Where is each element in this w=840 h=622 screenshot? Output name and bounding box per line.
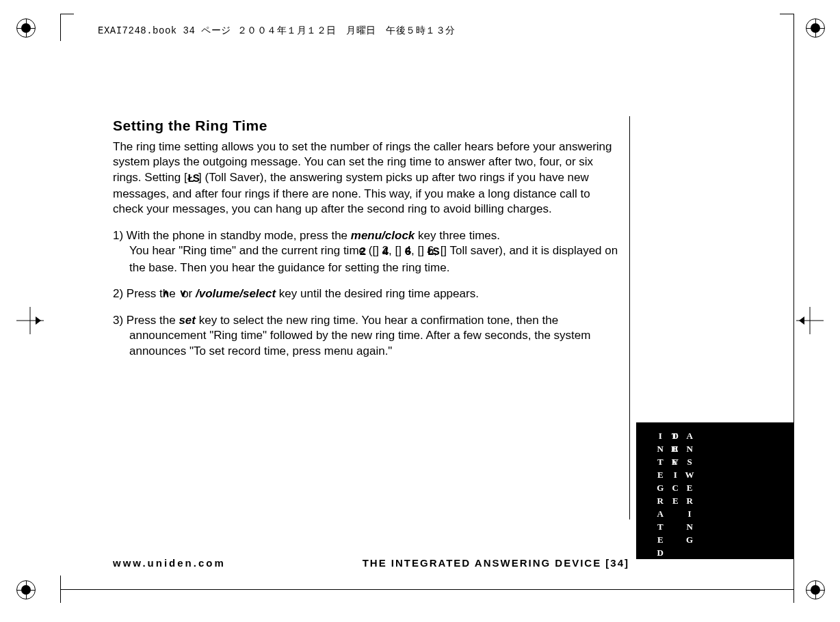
- step-text: key until the desired ring time appears.: [276, 287, 479, 300]
- step-1: 1) With the phone in standby mode, press…: [113, 228, 619, 275]
- step-text: key to select the new ring time. You hea…: [129, 314, 590, 357]
- page-body: Setting the Ring Time The ring time sett…: [113, 116, 619, 370]
- frame-line: [60, 14, 74, 14]
- step-3: 3) Press the set key to select the new r…: [113, 313, 619, 359]
- step-2: 2) Press the ∧ or ∨/volume/select key un…: [113, 286, 619, 301]
- fold-mark-left: [16, 307, 44, 334]
- step-number: 3): [113, 314, 123, 327]
- fold-mark-right: [796, 307, 824, 334]
- print-meta-line: EXAI7248.book 34 ページ ２００４年１月１２日 月曜日 午後５時…: [98, 25, 456, 37]
- step-text: key three times.: [415, 229, 500, 242]
- step-text: You hear "Ring time" and the current rin…: [129, 244, 376, 257]
- set-key: set: [179, 314, 196, 327]
- frame-line: [60, 589, 793, 590]
- crop-mark-bottom-left: [16, 580, 36, 599]
- segment-ts-icon: ŁS: [187, 172, 198, 187]
- frame-line: [60, 14, 61, 41]
- crop-mark-top-right: [806, 18, 825, 38]
- step-text: With the phone in standby mode, press th…: [127, 229, 351, 242]
- page-footer: www.uniden.com THE INTEGRATED ANSWERING …: [113, 557, 790, 569]
- content-right-rule: [629, 116, 630, 519]
- section-heading: Setting the Ring Time: [113, 116, 619, 135]
- step-text: Press the: [127, 314, 179, 327]
- frame-line: [780, 14, 793, 14]
- step-number: 2): [113, 287, 123, 300]
- section-tab: THE INTEGRATED ANSWERING DEVICE: [636, 422, 793, 559]
- frame-line: [793, 14, 794, 603]
- footer-title-page: THE INTEGRATED ANSWERING DEVICE [34]: [363, 557, 629, 569]
- step-number: 1): [113, 229, 123, 242]
- svg-marker-5: [799, 316, 804, 325]
- svg-marker-2: [36, 316, 41, 325]
- volume-select-key: /volume/select: [196, 287, 276, 300]
- menu-clock-key: menu/clock: [351, 229, 415, 242]
- step-text: Press the: [127, 287, 179, 300]
- footer-url: www.uniden.com: [113, 557, 226, 569]
- intro-paragraph: The ring time setting allows you to set …: [113, 139, 619, 217]
- crop-mark-top-left: [16, 18, 36, 38]
- tab-label-line2: ANSWERING DEVICE: [668, 431, 696, 559]
- crop-mark-bottom-right: [806, 580, 825, 599]
